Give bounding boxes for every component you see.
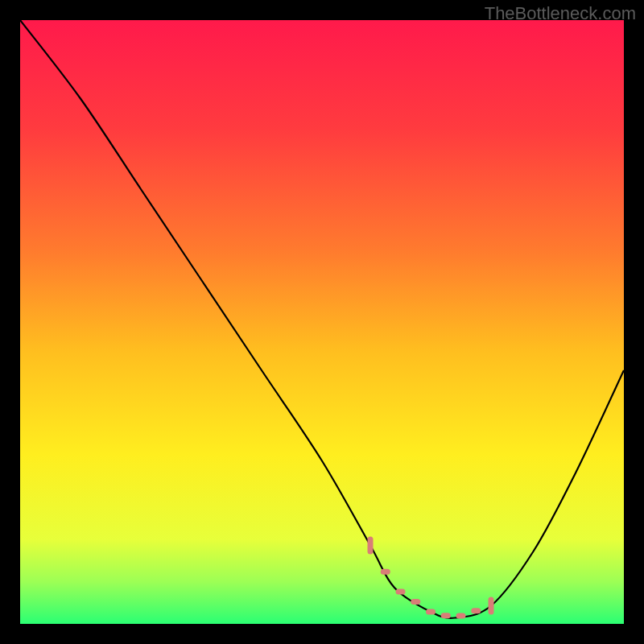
optimal-zone-dash <box>411 599 420 605</box>
optimal-zone-dash <box>381 569 390 575</box>
optimal-zone-dash <box>456 613 466 619</box>
optimal-zone-cap <box>489 597 494 615</box>
watermark-text: TheBottleneck.com <box>485 3 636 24</box>
plot-area <box>20 20 624 624</box>
optimal-zone-cap <box>368 537 374 555</box>
gradient-background <box>20 20 624 624</box>
optimal-zone-dash <box>471 608 481 613</box>
chart-svg <box>20 20 624 624</box>
optimal-zone-dash <box>396 589 406 595</box>
chart-container: TheBottleneck.com <box>0 0 644 644</box>
optimal-zone-dash <box>441 613 451 618</box>
optimal-zone-dash <box>426 609 436 615</box>
